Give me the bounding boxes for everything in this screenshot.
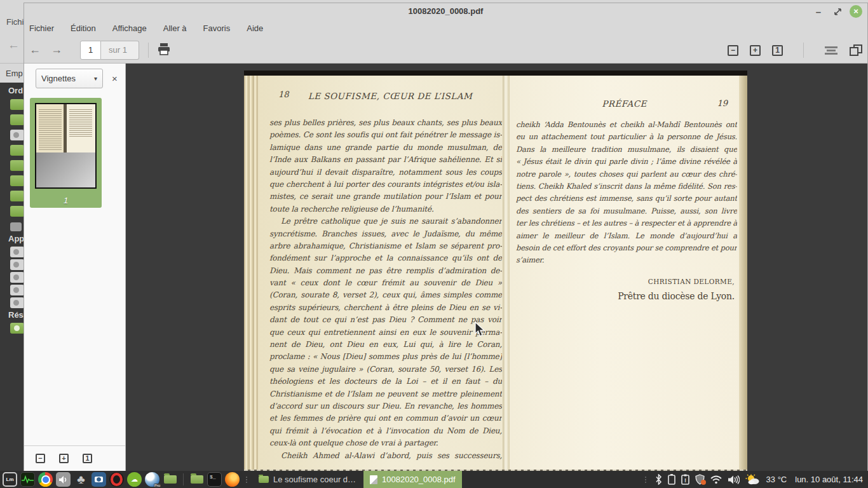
google-earth-pro-icon[interactable]: Pro: [145, 472, 159, 487]
cloud-app-icon[interactable]: ☁: [127, 472, 142, 487]
book-text-line: (Coran, sourate 8, verset 2), ceux qui, …: [269, 289, 502, 301]
zoom-in-button[interactable]: +: [750, 45, 761, 56]
update-manager-shield-icon[interactable]: [695, 474, 705, 485]
device-disk-icon[interactable]: [10, 297, 24, 308]
device-disk-icon[interactable]: [10, 285, 24, 295]
screenshot-tool-icon[interactable]: [92, 472, 106, 487]
page-number-input[interactable]: [80, 41, 101, 60]
disk-icon[interactable]: [10, 130, 24, 140]
taskbar-window-pdf-active[interactable]: 10082020_0008.pdf: [363, 471, 462, 488]
book-text-line: Dans la meilleure tradition musulmane, i…: [516, 144, 737, 156]
book-text-line: Le prêtre catholique que je suis ne saur…: [269, 215, 502, 227]
battery-icon[interactable]: [668, 474, 675, 485]
previous-page-button[interactable]: ←: [24, 43, 46, 57]
minimize-button[interactable]: –: [811, 5, 825, 18]
mouse-cursor: [475, 322, 486, 341]
document-viewer[interactable]: 18 LE SOUFISME, CŒUR DE L’ISLAM ses plus…: [126, 64, 867, 471]
home-folder-icon[interactable]: [10, 99, 24, 110]
menu-aller-a[interactable]: Aller à: [163, 24, 187, 33]
folder-launcher-icon[interactable]: [189, 472, 204, 487]
wifi-icon[interactable]: [710, 475, 722, 484]
downloads-folder-icon[interactable]: [10, 160, 24, 171]
menu-edition[interactable]: Édition: [71, 24, 96, 33]
firefox-icon[interactable]: [225, 472, 240, 487]
device-disk-icon[interactable]: [10, 272, 24, 283]
titlebar[interactable]: 10082020_0008.pdf – ×: [24, 3, 867, 20]
bg-back-arrow-icon[interactable]: ←: [8, 38, 20, 52]
book-text-line: dant de tout ce qui n’est pas Dieu ? Com…: [269, 314, 502, 326]
zoom-out-button[interactable]: −: [728, 45, 738, 56]
restore-button[interactable]: [831, 5, 844, 18]
volume-app-icon[interactable]: [56, 472, 71, 487]
bg-section-appareils: App: [8, 234, 24, 243]
book-text-line: « Jésus était le divin qui parle divin ;…: [516, 156, 737, 168]
bluetooth-icon[interactable]: [655, 474, 662, 485]
update-alert-dot: [701, 480, 706, 485]
chrome-icon[interactable]: [38, 472, 53, 487]
book-text-line: ter les chrétiens – et les autres – à re…: [516, 217, 737, 229]
book-text-line: Cheikh Ahmed al-Alawi d’abord, puis ses …: [269, 450, 502, 462]
print-button[interactable]: [158, 43, 170, 58]
book-text-line: Dieu. Mais comment ne pas être remplis d…: [269, 265, 502, 277]
next-page-button[interactable]: →: [46, 43, 67, 57]
continuous-view-button[interactable]: [824, 46, 838, 55]
system-monitor-icon[interactable]: [20, 472, 35, 487]
zoom-normal-button[interactable]: 1: [772, 45, 783, 56]
clock[interactable]: lun. 10 août, 11:44: [795, 475, 863, 484]
book-text-line: notre parole », toutes choses qui parlen…: [516, 168, 737, 180]
book-text-line: ses plus belles prières, ses plus beaux …: [269, 117, 502, 129]
sidebar-zoom-normal-button[interactable]: 1: [83, 454, 92, 463]
videos-folder-icon[interactable]: [10, 206, 24, 217]
right-page-text: cheikh ‘Adda Bentounès et cheikh al-Mahd…: [516, 119, 737, 303]
taskbar-window-nemo[interactable]: Le soufisme coeur de l...: [252, 471, 363, 488]
book-text-line: mistes, ce serait une grande mutilation …: [269, 191, 502, 203]
music-folder-icon[interactable]: [10, 175, 24, 186]
weather-icon[interactable]: [745, 474, 761, 485]
opera-icon[interactable]: [109, 472, 124, 487]
bg-section-ordinateur: Ord: [8, 86, 23, 95]
pictures-folder-icon[interactable]: [10, 191, 24, 201]
chevron-down-icon: ▾: [94, 75, 97, 82]
card-game-clubs-icon[interactable]: ♣: [74, 472, 88, 487]
sidebar-zoom-out-button[interactable]: −: [36, 454, 45, 463]
book-text-line: et les femmes de prière qui ont en commu…: [269, 412, 502, 424]
device-disk-icon[interactable]: [10, 247, 24, 257]
book-page-19: PRÉFACE 19 cheikh ‘Adda Bentounès et che…: [510, 76, 739, 471]
sidebar-zoom-in-button[interactable]: +: [59, 454, 69, 463]
dual-page-view-button[interactable]: [850, 44, 862, 56]
network-icon[interactable]: [10, 323, 24, 334]
clipboard-alert-icon[interactable]: !: [681, 474, 689, 485]
thumbnail-page-1-selected[interactable]: 1: [30, 98, 102, 208]
terminal-icon[interactable]: $_: [207, 472, 222, 487]
menu-affichage[interactable]: Affichage: [112, 24, 147, 33]
system-tray: ! 33 °C lun. 10 août, 11:44: [642, 471, 868, 488]
files-launcher-icon[interactable]: [163, 472, 177, 487]
device-disk-icon[interactable]: [10, 259, 24, 270]
volume-icon[interactable]: [728, 475, 740, 485]
sidebar-mode-dropdown[interactable]: Vignettes ▾: [36, 69, 103, 88]
panel-handle: [644, 477, 648, 483]
signature-name: CHRISTIAN DELORME,: [516, 276, 735, 288]
book-text-line: lamique dans une grande partie du monde …: [269, 142, 502, 154]
book-text-line: proclame : « Nous [Dieu] sommes plus prè…: [269, 351, 502, 363]
folder-icon[interactable]: [10, 114, 24, 125]
documents-folder-icon[interactable]: [10, 145, 24, 156]
trash-icon[interactable]: [10, 222, 22, 231]
thumbnail-page-number: 1: [30, 196, 102, 205]
menu-favoris[interactable]: Favoris: [203, 24, 231, 33]
close-button[interactable]: ×: [850, 5, 862, 18]
book-text-line: nent de Dieu, ont Dieu en eux, Lui qui, …: [269, 339, 502, 351]
menu-fichier[interactable]: Fichier: [29, 24, 54, 33]
signature-role: Prêtre du diocèse de Lyon.: [516, 290, 735, 302]
menu-aide[interactable]: Aide: [247, 24, 263, 33]
book-text-line: toute la recherche religieuse de l’human…: [269, 203, 502, 215]
mint-menu-icon[interactable]: Lm: [3, 472, 17, 487]
thumbnail-gray-area: [36, 152, 95, 187]
temperature-label[interactable]: 33 °C: [766, 475, 787, 484]
thumbnail-image: [35, 103, 97, 189]
left-page-text: ses plus belles prières, ses plus beaux …: [269, 117, 502, 462]
sidebar-close-icon[interactable]: ×: [112, 73, 118, 84]
divider: [0, 63, 24, 64]
book-page-18: 18 LE SOUFISME, CŒUR DE L’ISLAM ses plus…: [258, 76, 503, 471]
bg-sidebar: Ord App Rés: [0, 83, 24, 471]
